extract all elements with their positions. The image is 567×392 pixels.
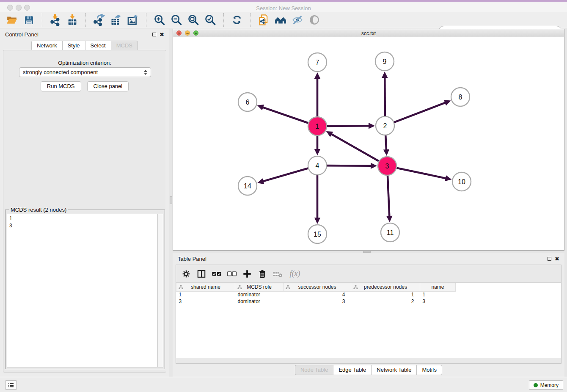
import-table-icon[interactable] xyxy=(64,13,81,27)
float-table-panel-icon[interactable] xyxy=(548,257,551,261)
edge-arrowhead-icon xyxy=(386,216,392,222)
table-row[interactable]: 1 dominator 4 1 1 xyxy=(176,291,561,298)
toggle-panel-icon[interactable] xyxy=(195,267,208,281)
main-titlebar[interactable]: Session: New Session xyxy=(0,2,567,12)
toolbar-separator xyxy=(85,13,86,27)
delete-icon[interactable] xyxy=(256,267,269,281)
column-header-predecessor-nodes[interactable]: predecessor nodes xyxy=(351,283,420,291)
network-canvas-svg[interactable]: 7968124314101511 xyxy=(173,37,564,250)
edge-arrowhead-icon xyxy=(371,163,377,169)
graph-node-label-3: 3 xyxy=(385,163,389,170)
eye-icon[interactable] xyxy=(306,13,323,27)
show-graphics-details-icon[interactable] xyxy=(289,13,306,27)
edge-4-14[interactable] xyxy=(263,168,308,181)
table-panel-footer-strip xyxy=(176,358,561,364)
graph-node-label-4: 4 xyxy=(316,162,319,169)
control-panel-tabs: Network Style Select MCDS xyxy=(0,41,169,51)
tab-style[interactable]: Style xyxy=(62,41,85,51)
edge-3-1[interactable] xyxy=(331,134,379,161)
tab-network[interactable]: Network xyxy=(31,41,62,51)
zoom-in-icon[interactable] xyxy=(151,13,168,27)
first-neighbors-icon[interactable] xyxy=(272,13,289,27)
task-history-button[interactable] xyxy=(5,380,17,390)
edge-1-6[interactable] xyxy=(262,107,308,123)
optimization-criterion-label: Optimization criterion: xyxy=(3,60,166,66)
dropdown-stepper-icon xyxy=(144,70,147,75)
graph-node-label-10: 10 xyxy=(458,178,465,185)
tab-select[interactable]: Select xyxy=(85,41,111,51)
horizontal-splitter-handle[interactable] xyxy=(363,251,371,253)
graph-node-label-7: 7 xyxy=(316,59,319,66)
graph-node-label-1: 1 xyxy=(316,123,319,130)
delete-table-icon xyxy=(271,267,284,281)
vertical-splitter[interactable] xyxy=(169,29,173,377)
edge-2-8[interactable] xyxy=(394,102,446,122)
graph-node-label-14: 14 xyxy=(244,182,251,190)
graph-node-label-8: 8 xyxy=(459,94,462,101)
table-row[interactable]: 3 dominator 3 2 3 xyxy=(176,298,561,305)
zoom-selected-icon[interactable] xyxy=(202,13,219,27)
zoom-out-icon[interactable] xyxy=(168,13,185,27)
close-panel-icon[interactable]: ✖ xyxy=(160,32,164,37)
window-right-edge xyxy=(564,29,567,377)
column-header-successor-nodes[interactable]: successor nodes xyxy=(284,283,351,291)
float-panel-icon[interactable] xyxy=(152,33,156,36)
memory-button[interactable]: Memory xyxy=(529,380,563,390)
column-header-name[interactable]: name xyxy=(420,283,456,291)
graph-node-label-6: 6 xyxy=(246,99,250,106)
edge-arrowhead-icon xyxy=(314,72,320,79)
list-icon xyxy=(8,382,14,389)
main-toolbar xyxy=(0,12,567,28)
column-header-shared-name[interactable]: shared name xyxy=(176,283,235,291)
edge-2-9[interactable] xyxy=(385,77,385,116)
refresh-icon[interactable] xyxy=(228,13,245,27)
edge-arrowhead-icon xyxy=(314,218,320,224)
edge-3-11[interactable] xyxy=(388,176,389,217)
network-view-window[interactable]: × − + scc.txt 7968124314101511 xyxy=(173,29,564,251)
import-network-icon[interactable] xyxy=(47,13,64,27)
edge-2-3[interactable] xyxy=(385,135,386,150)
mcds-result-scrollbar[interactable] xyxy=(157,214,163,367)
settings-gear-icon[interactable] xyxy=(179,267,193,281)
export-image-icon[interactable] xyxy=(124,13,141,27)
edge-arrowhead-icon xyxy=(314,149,320,155)
close-table-panel-icon[interactable]: ✖ xyxy=(555,256,559,262)
table-header-row: shared name MCDS role successor nodes pr… xyxy=(176,283,561,291)
select-all-icon[interactable] xyxy=(210,267,223,281)
zoom-fit-icon[interactable] xyxy=(185,13,202,27)
edge-3-10[interactable] xyxy=(397,168,446,179)
network-window-titlebar[interactable]: × − + scc.txt xyxy=(173,29,564,37)
tab-motifs[interactable]: Motifs xyxy=(416,365,442,375)
tab-node-table[interactable]: Node Table xyxy=(295,365,333,375)
tab-mcds[interactable]: MCDS xyxy=(111,41,138,51)
application-window: Session: New Session xyxy=(0,0,567,392)
control-panel-title: Control Panel xyxy=(5,31,39,38)
memory-label: Memory xyxy=(540,382,559,388)
add-column-icon[interactable] xyxy=(240,267,254,281)
mcds-result-group: MCDS result (2 nodes) 1 3 xyxy=(5,210,165,369)
deselect-all-icon[interactable] xyxy=(225,267,239,281)
edge-1-2[interactable] xyxy=(327,126,369,126)
graph-node-label-15: 15 xyxy=(314,231,321,238)
table-toolbar: f(x) xyxy=(176,265,561,283)
run-mcds-button[interactable]: Run MCDS xyxy=(41,81,81,91)
new-network-icon[interactable] xyxy=(255,13,272,27)
column-header-filler xyxy=(456,283,561,291)
tab-network-table[interactable]: Network Table xyxy=(371,365,416,375)
save-session-icon[interactable] xyxy=(20,13,37,27)
edge-4-3[interactable] xyxy=(327,166,372,166)
vertical-splitter-handle[interactable] xyxy=(170,196,172,204)
export-network-icon[interactable] xyxy=(91,13,107,27)
tab-edge-table[interactable]: Edge Table xyxy=(333,365,371,375)
close-panel-button[interactable]: Close panel xyxy=(87,81,129,91)
criterion-dropdown[interactable]: strongly connected component xyxy=(19,67,151,77)
open-session-icon[interactable] xyxy=(3,13,20,27)
export-table-icon[interactable] xyxy=(107,13,124,27)
edge-arrowhead-icon xyxy=(257,105,264,110)
edge-arrowhead-icon xyxy=(445,175,451,181)
column-header-mcds-role[interactable]: MCDS role xyxy=(235,283,284,291)
memory-status-icon xyxy=(534,383,538,387)
sort-icon xyxy=(286,285,290,291)
edge-arrowhead-icon xyxy=(383,149,389,156)
mcds-result-text[interactable]: 1 3 xyxy=(7,214,157,367)
